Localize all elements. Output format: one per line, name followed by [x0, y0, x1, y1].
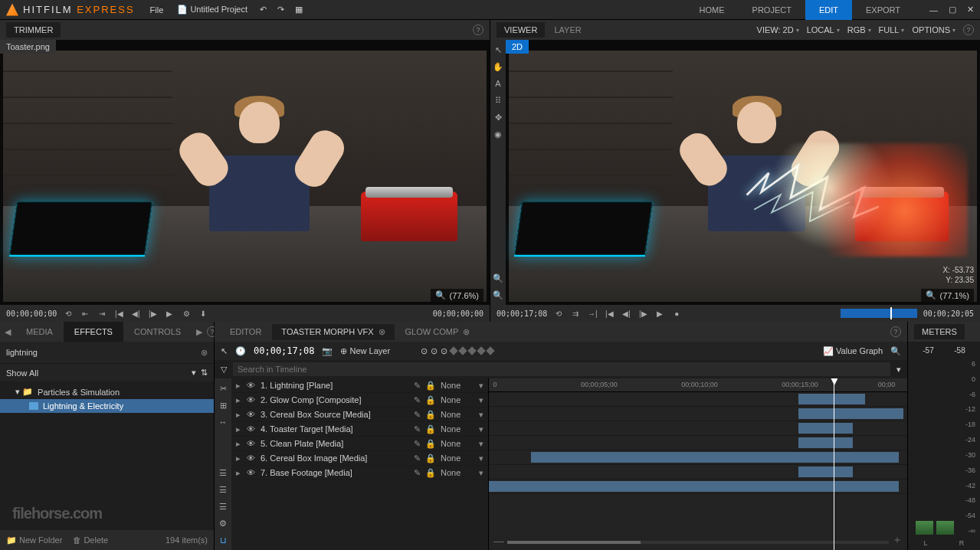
undo-icon[interactable]: ↶ — [260, 5, 267, 15]
trimmer-tc-out[interactable]: 00;00;00;00 — [433, 309, 483, 318]
blend-mode[interactable]: None — [441, 453, 474, 463]
magnify-icon[interactable]: 🔍 — [926, 290, 936, 300]
value-graph-button[interactable]: 📈 Value Graph — [823, 346, 883, 356]
trimmer-tc-in[interactable]: 00;00;00;00 — [6, 309, 57, 318]
play-icon[interactable]: ▶ — [654, 308, 665, 319]
redo-icon[interactable]: ↷ — [277, 5, 284, 15]
chevron-down-icon[interactable]: ▾ — [479, 395, 483, 405]
tab-effects[interactable]: EFFECTS — [64, 322, 123, 342]
blend-mode[interactable]: None — [441, 468, 474, 477]
chevron-down-icon[interactable]: ▾ — [192, 368, 196, 378]
layer-row[interactable]: ▸ 👁 7. Base Footage [Media] ✎ 🔒 None ▾ — [231, 466, 488, 480]
edit-icon[interactable]: ✎ — [414, 453, 421, 463]
lock-icon[interactable]: 🔒 — [425, 468, 436, 478]
quality-dropdown[interactable]: FULL — [879, 25, 905, 34]
delete-button[interactable]: 🗑 Delete — [73, 535, 108, 545]
layer-row[interactable]: ▸ 👁 1. Lightning [Plane] ✎ 🔒 None ▾ — [231, 378, 488, 393]
lock-icon[interactable]: 🔒 — [425, 439, 436, 449]
visibility-icon[interactable]: 👁 — [247, 439, 256, 448]
tab-comp-glow[interactable]: GLOW COMP⊗ — [396, 324, 480, 340]
layer-row[interactable]: ▸ 👁 3. Cereal Box Source [Media] ✎ 🔒 Non… — [231, 408, 488, 422]
nav-export[interactable]: EXPORT — [852, 0, 914, 20]
timeline-clip[interactable] — [489, 481, 899, 492]
lock-icon[interactable]: 🔒 — [425, 381, 436, 391]
blend-mode[interactable]: None — [441, 410, 474, 419]
loop-icon[interactable]: ⟲ — [63, 308, 74, 319]
blend-mode[interactable]: None — [441, 381, 474, 390]
chevron-down-icon[interactable]: ▾ — [479, 424, 483, 434]
viewer-2d-tag[interactable]: 2D — [506, 40, 529, 54]
minimize-icon[interactable]: — — [929, 5, 938, 15]
expand-icon[interactable]: ▸ — [236, 439, 242, 449]
close-tab-icon[interactable]: ⊗ — [463, 327, 470, 337]
tree-item-selected[interactable]: Lightning & Electricity — [0, 399, 214, 413]
view-mode-dropdown[interactable]: VIEW: 2D — [757, 25, 799, 34]
expand-icon[interactable]: ▸ — [236, 381, 242, 391]
track-row[interactable] — [489, 465, 907, 480]
trimmer-tab[interactable]: TRIMMER — [6, 22, 61, 38]
select-tool-icon[interactable]: ↖ — [221, 346, 228, 356]
step-back-icon[interactable]: ◀| — [621, 308, 631, 319]
trimmer-viewport[interactable]: Toaster.png 🔍(77.6%) — [0, 40, 490, 305]
timeline-clip[interactable] — [798, 467, 853, 477]
tab-media[interactable]: MEDIA — [15, 322, 64, 342]
goto-start-icon[interactable]: |◀ — [113, 308, 124, 319]
lock-icon[interactable]: 🔒 — [425, 453, 436, 463]
timeline-clip[interactable] — [531, 452, 899, 463]
edit-icon[interactable]: ✎ — [414, 395, 421, 405]
menu-project-name[interactable]: 📄 Untitled Project — [177, 5, 247, 15]
options-dropdown[interactable]: OPTIONS — [912, 25, 955, 34]
chevron-down-icon[interactable]: ▾ — [896, 365, 901, 375]
chevron-down-icon[interactable]: ▾ — [479, 381, 483, 391]
orbit-tool-icon[interactable]: ◉ — [493, 129, 503, 139]
time-icon[interactable]: 🕐 — [235, 346, 246, 356]
zoom-out-icon[interactable]: 🔍 — [493, 290, 503, 300]
expand-icon[interactable]: ▸ — [236, 410, 242, 420]
expand-icon[interactable]: ▸ — [236, 453, 242, 463]
step-fwd-icon[interactable]: |▶ — [147, 308, 158, 319]
lock-icon[interactable]: 🔒 — [425, 395, 436, 405]
zoom-in-icon[interactable]: ＋ — [892, 533, 903, 547]
space-dropdown[interactable]: LOCAL — [807, 25, 840, 34]
playback-mode-icon[interactable]: ⇉ — [570, 308, 581, 319]
track-row[interactable] — [489, 407, 907, 421]
visibility-icon[interactable]: 👁 — [247, 381, 256, 390]
track-row[interactable] — [489, 480, 907, 494]
graph-search-icon[interactable]: 🔍 — [890, 346, 901, 356]
hand-tool-icon[interactable]: ✋ — [493, 61, 503, 72]
play-icon[interactable]: ▶ — [164, 308, 175, 319]
visibility-icon[interactable]: 👁 — [247, 424, 256, 434]
trimmer-file-tab[interactable]: Toaster.png — [0, 40, 56, 54]
edit-icon[interactable]: ✎ — [414, 410, 421, 420]
options-icon[interactable]: ⚙ — [181, 308, 192, 319]
nav-edit[interactable]: EDIT — [805, 0, 852, 20]
prev-kf-icon[interactable]: ⊙ — [421, 346, 428, 356]
grid-icon[interactable]: ▦ — [295, 5, 303, 15]
lock-icon[interactable]: 🔒 — [425, 424, 436, 434]
next-kf-icon[interactable]: ⊙ — [441, 346, 447, 356]
timeline-clip[interactable] — [798, 408, 903, 419]
zoom-out-icon[interactable]: — — [493, 535, 504, 547]
chevron-down-icon[interactable]: ▾ — [479, 468, 483, 478]
close-icon[interactable]: ✕ — [967, 5, 974, 15]
visibility-icon[interactable]: 👁 — [247, 453, 256, 463]
keyframe-icon[interactable] — [486, 346, 494, 355]
new-layer-button[interactable]: ⊕ New Layer — [340, 346, 390, 356]
viewer-tc-current[interactable]: 00;00;17;08 — [497, 309, 547, 318]
meters-tab[interactable]: METERS — [914, 324, 965, 339]
snapshot-icon[interactable]: 📷 — [322, 346, 333, 356]
timeline-clip[interactable] — [798, 394, 865, 404]
snap-tool-icon[interactable]: ⠿ — [493, 95, 503, 106]
layer-list[interactable]: ▸ 👁 1. Lightning [Plane] ✎ 🔒 None ▾▸ 👁 2… — [231, 378, 489, 550]
effects-tree[interactable]: ▾ 📁Particles & Simulation Lightning & El… — [0, 381, 214, 530]
timeline-clip[interactable] — [798, 423, 853, 434]
magnify-icon[interactable]: 🔍 — [435, 290, 446, 300]
slice-tool-icon[interactable]: ✂ — [218, 383, 228, 394]
edit-icon[interactable]: ✎ — [414, 424, 421, 434]
color-dropdown[interactable]: RGB — [847, 25, 871, 34]
keyframe-controls[interactable]: ⊙ ⊙ ⊙ — [421, 346, 493, 356]
track-row[interactable] — [489, 450, 907, 465]
filter-dropdown[interactable]: Show All — [6, 368, 187, 378]
layer-row[interactable]: ▸ 👁 4. Toaster Target [Media] ✎ 🔒 None ▾ — [231, 422, 488, 437]
visibility-icon[interactable]: 👁 — [247, 410, 256, 419]
